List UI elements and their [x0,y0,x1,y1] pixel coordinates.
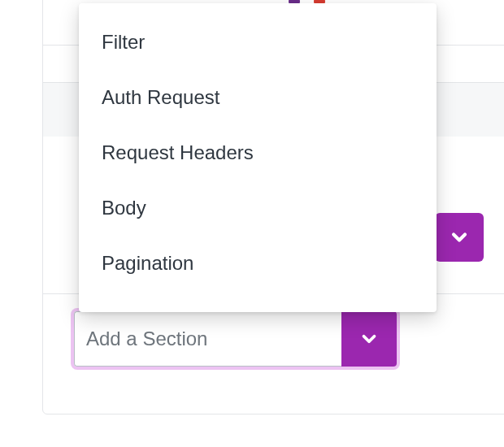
dropdown-item-label: Filter [102,31,145,53]
add-section-dropdown-toggle[interactable] [341,311,397,367]
dropdown-item-label: Pagination [102,252,193,274]
dropdown-item-request-headers[interactable]: Request Headers [79,125,437,180]
add-section-dropdown: Filter Auth Request Request Headers Body… [79,3,437,312]
dropdown-item-auth-request[interactable]: Auth Request [79,70,437,125]
chevron-down-icon [448,226,471,249]
dropdown-item-body[interactable]: Body [79,180,437,236]
add-section-combobox [74,311,397,367]
dropdown-item-label: Auth Request [102,86,219,108]
dropdown-item-filter[interactable]: Filter [79,15,437,70]
add-section-input[interactable] [74,311,341,367]
dropdown-item-pagination[interactable]: Pagination [79,236,437,291]
viewport: Filter Auth Request Request Headers Body… [0,0,504,447]
chevron-down-icon [358,328,380,349]
expand-button[interactable] [435,213,484,262]
dropdown-item-label: Request Headers [102,141,254,163]
dropdown-item-label: Body [102,197,146,219]
